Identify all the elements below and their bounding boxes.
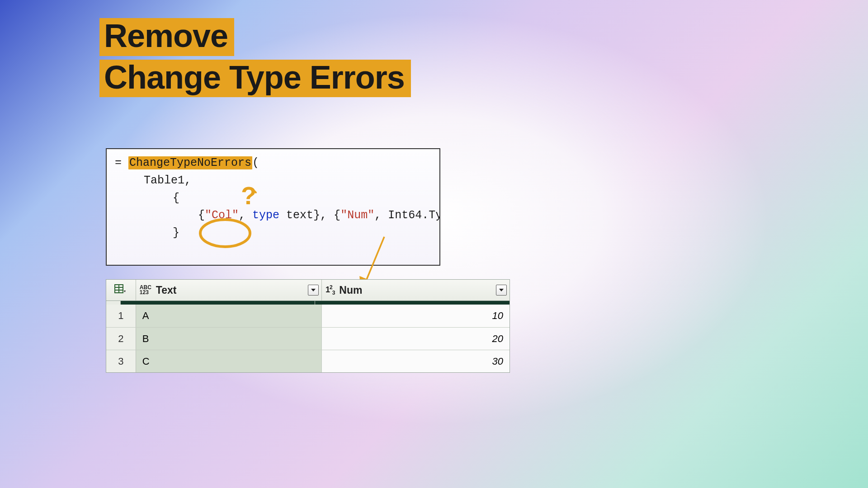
- chevron-down-icon: [311, 287, 316, 293]
- header-underline: [106, 301, 509, 305]
- type-int-icon: 123: [326, 284, 335, 296]
- row-number[interactable]: 2: [106, 328, 136, 350]
- keyword-type: type: [252, 209, 279, 222]
- cell-num[interactable]: 30: [322, 350, 509, 372]
- column-header-text[interactable]: ABC 123 Text: [136, 280, 322, 300]
- table-body: 1 A 10 2 B 20 3 C 30: [106, 305, 509, 372]
- table-icon: [114, 284, 127, 296]
- column-name-text: Text: [156, 284, 177, 296]
- table-corner-menu[interactable]: [106, 280, 136, 300]
- table-row[interactable]: 3 C 30: [106, 350, 509, 372]
- string-col: "Col": [205, 209, 239, 222]
- title-block: Remove Change Type Errors: [99, 18, 411, 101]
- table-header: ABC 123 Text 123 Num: [106, 280, 509, 301]
- formula-inner-pair: {"Col", type text}, {"Num", Int64.Type}: [115, 207, 431, 225]
- string-num: "Num": [340, 209, 374, 222]
- column-name-num: Num: [339, 284, 362, 296]
- open-paren: (: [252, 156, 259, 169]
- function-name: ChangeTypeNoErrors: [128, 156, 252, 169]
- filter-dropdown-num[interactable]: [496, 285, 507, 296]
- row-number[interactable]: 1: [106, 305, 136, 327]
- chevron-down-icon: [499, 287, 504, 293]
- row-number[interactable]: 3: [106, 350, 136, 372]
- equals-sign: =: [115, 156, 122, 169]
- formula-line-1: = ChangeTypeNoErrors(: [115, 155, 431, 172]
- data-table: ABC 123 Text 123 Num 1 A 10: [106, 279, 510, 373]
- cell-text[interactable]: B: [136, 328, 322, 350]
- cell-text[interactable]: A: [136, 305, 322, 327]
- formula-bar: = ChangeTypeNoErrors( Table1, { {"Col", …: [106, 148, 440, 266]
- cell-num[interactable]: 20: [322, 328, 509, 350]
- title-line-2: Change Type Errors: [99, 60, 411, 98]
- cell-num[interactable]: 10: [322, 305, 509, 327]
- cell-text[interactable]: C: [136, 350, 322, 372]
- column-header-num[interactable]: 123 Num: [322, 280, 509, 300]
- formula-arg-table: Table1,: [115, 172, 431, 190]
- brace-open: {: [115, 190, 431, 207]
- brace-close: }: [115, 225, 431, 242]
- title-line-1: Remove: [99, 18, 234, 56]
- table-row[interactable]: 2 B 20: [106, 327, 509, 350]
- filter-dropdown-text[interactable]: [308, 285, 319, 296]
- table-row[interactable]: 1 A 10: [106, 305, 509, 327]
- type-any-icon: ABC 123: [140, 285, 151, 295]
